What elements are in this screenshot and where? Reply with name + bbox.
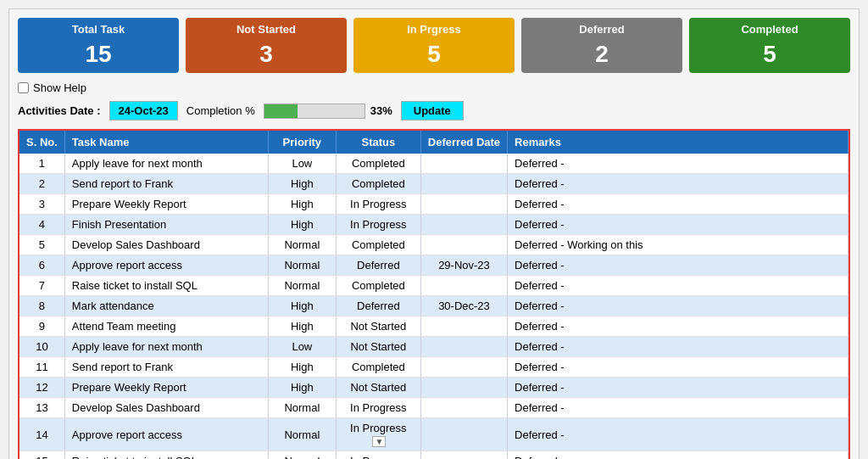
cell-task: Finish Presentation (64, 215, 268, 235)
cell-priority: High (268, 296, 336, 316)
cell-sno: 2 (19, 174, 64, 194)
progress-percentage: 33% (370, 104, 392, 117)
cell-remarks: Deferred - (508, 194, 849, 215)
cell-remarks: Deferred - (508, 357, 849, 378)
cell-remarks: Deferred - (508, 337, 849, 357)
table-row: 8Mark attendanceHighDeferred30-Dec-23Def… (19, 296, 849, 316)
cell-sno: 9 (19, 316, 64, 337)
progress-bar-outer (264, 104, 365, 119)
show-help-label: Show Help (33, 81, 86, 94)
cell-remarks: Deferred - (508, 215, 849, 235)
cell-priority: High (268, 194, 336, 215)
cell-status: Not Started (336, 378, 420, 398)
cell-remarks: Deferred - (508, 398, 849, 418)
cell-task: Mark attendance (64, 296, 268, 316)
cell-task: Approve report access (64, 418, 268, 451)
table-row: 14Approve report accessNormalIn Progress… (19, 418, 849, 451)
cell-remarks: Deferred - (508, 451, 849, 460)
card-title-not_started: Not Started (194, 23, 338, 36)
cell-deferred-date (420, 357, 507, 378)
summary-cards: Total Task 15 Not Started 3 In Prgress 5… (18, 18, 850, 73)
table-row: 2Send report to FrankHighCompletedDeferr… (19, 174, 849, 194)
cell-deferred-date: 29-Nov-23 (420, 255, 507, 276)
cell-status: Completed (336, 276, 420, 296)
table-row: 7Raise ticket to install SQLNormalComple… (19, 276, 849, 296)
cell-deferred-date (420, 215, 507, 235)
cell-sno: 12 (19, 378, 64, 398)
cell-task: Send report to Frank (64, 174, 268, 194)
cell-task: Apply leave for next month (64, 154, 268, 174)
cell-remarks: Deferred - (508, 418, 849, 451)
cell-status: Completed (336, 154, 420, 174)
cell-priority: Normal (268, 276, 336, 296)
cell-deferred-date (420, 398, 507, 418)
col-header-3: Status (336, 131, 420, 154)
cell-remarks: Deferred - Working on this (508, 235, 849, 255)
card-value-total: 15 (26, 41, 170, 68)
cell-priority: Normal (268, 255, 336, 276)
table-row: 4Finish PresentationHighIn ProgressDefer… (19, 215, 849, 235)
cell-remarks: Deferred - (508, 154, 849, 174)
cell-deferred-date (420, 174, 507, 194)
cell-sno: 13 (19, 398, 64, 418)
cell-sno: 10 (19, 337, 64, 357)
cell-task: Raise ticket to install SQL (64, 451, 268, 460)
cell-remarks: Deferred - (508, 255, 849, 276)
update-button[interactable]: Update (401, 101, 464, 120)
cell-sno: 1 (19, 154, 64, 174)
cell-status: In Progress (336, 398, 420, 418)
table-row: 3Prepare Weekly ReportHighIn ProgressDef… (19, 194, 849, 215)
cell-status: Not Started (336, 337, 420, 357)
table-row: 12Prepare Weekly ReportHighNot StartedDe… (19, 378, 849, 398)
main-container: Total Task 15 Not Started 3 In Prgress 5… (8, 8, 860, 459)
progress-bar-wrap: 33% (264, 104, 392, 119)
cell-priority: High (268, 215, 336, 235)
card-deferred: Deferred 2 (521, 18, 682, 73)
card-completed: Completed 5 (689, 18, 850, 73)
cell-deferred-date (420, 194, 507, 215)
cell-status: Completed (336, 174, 420, 194)
cell-remarks: Deferred - (508, 174, 849, 194)
progress-bar-inner (264, 104, 298, 118)
status-text: In Progress (350, 422, 406, 434)
activities-date: 24-Oct-23 (109, 101, 178, 120)
cell-task: Approve report access (64, 255, 268, 276)
cell-deferred-date (420, 235, 507, 255)
table-row: 5Develop Sales DashboardNormalCompletedD… (19, 235, 849, 255)
cell-sno: 14 (19, 418, 64, 451)
cell-deferred-date (420, 316, 507, 337)
cell-status: Not Started (336, 316, 420, 337)
cell-deferred-date (420, 378, 507, 398)
show-help-checkbox[interactable] (18, 82, 29, 93)
table-row: 9Attend Team meetingHighNot StartedDefer… (19, 316, 849, 337)
cell-remarks: Deferred - (508, 316, 849, 337)
cell-sno: 7 (19, 276, 64, 296)
card-title-completed: Completed (698, 23, 842, 36)
cell-priority: High (268, 378, 336, 398)
cell-status: Completed (336, 235, 420, 255)
cell-task: Send report to Frank (64, 357, 268, 378)
cell-status: Completed (336, 357, 420, 378)
cell-sno: 6 (19, 255, 64, 276)
table-row: 1Apply leave for next monthLowCompletedD… (19, 154, 849, 174)
cell-remarks: Deferred - (508, 378, 849, 398)
col-header-1: Task Name (64, 131, 268, 154)
cell-deferred-date (420, 418, 507, 451)
cell-sno: 5 (19, 235, 64, 255)
cell-status: In Progress (336, 451, 420, 460)
col-header-2: Priority (268, 131, 336, 154)
table-row: 15Raise ticket to install SQLNormalIn Pr… (19, 451, 849, 460)
task-table: S. No.Task NamePriorityStatusDeferred Da… (19, 131, 849, 459)
card-title-in_progress: In Prgress (362, 23, 506, 36)
cell-priority: Low (268, 154, 336, 174)
cell-sno: 3 (19, 194, 64, 215)
cell-priority: High (268, 357, 336, 378)
cell-status: In Progress▼ (336, 418, 420, 451)
dropdown-icon[interactable]: ▼ (372, 436, 386, 447)
cell-task: Develop Sales Dashboard (64, 398, 268, 418)
cell-deferred-date: 30-Dec-23 (420, 296, 507, 316)
card-value-completed: 5 (698, 41, 842, 68)
cell-remarks: Deferred - (508, 276, 849, 296)
show-help-row: Show Help (18, 81, 850, 94)
cell-task: Apply leave for next month (64, 337, 268, 357)
